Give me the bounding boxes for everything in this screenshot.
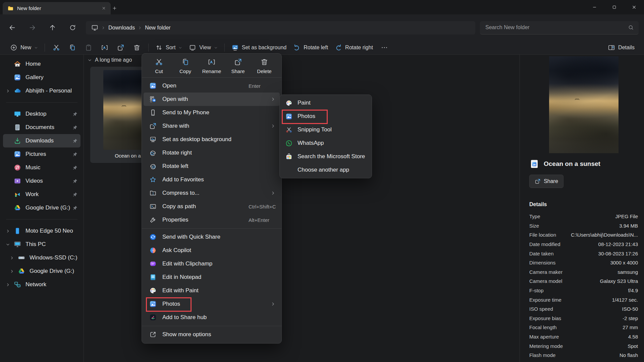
breadcrumb-new-folder[interactable]: New folder — [145, 25, 170, 31]
sidebar-item[interactable]: This PC — [3, 238, 80, 251]
detail-row: Type JPEG File — [529, 212, 638, 221]
quick-action[interactable]: Cut — [147, 58, 171, 74]
new-button[interactable]: New — [7, 42, 41, 53]
sidebar-item[interactable]: Videos — [3, 174, 80, 188]
context-menu-item[interactable]: Copy as path Ctrl+Shift+C — [144, 200, 280, 213]
rename-button[interactable] — [97, 42, 113, 53]
submenu-item[interactable]: Choose another app — [281, 163, 370, 177]
details-pane-toggle[interactable]: Details — [604, 42, 638, 53]
expand-chevron-icon[interactable] — [6, 242, 14, 247]
sidebar-item[interactable]: Windows-SSD (C:) — [7, 251, 80, 264]
up-button[interactable] — [46, 21, 59, 35]
sidebar-item[interactable]: Documents — [3, 121, 80, 134]
context-menu-item[interactable]: Open with — [144, 93, 280, 106]
paste-button[interactable] — [80, 42, 97, 53]
sidebar-item[interactable]: Abhijith - Personal — [3, 84, 80, 98]
sidebar-divider — [6, 219, 77, 220]
quick-action[interactable]: Delete — [252, 58, 277, 74]
view-button[interactable]: View — [185, 42, 221, 53]
context-menu-item[interactable] — [144, 324, 280, 328]
set-as-background-button[interactable]: Set as background — [228, 42, 290, 53]
context-menu-item[interactable]: Rotate right — [144, 146, 280, 160]
submenu-chevron-icon — [271, 302, 275, 306]
rotate-left-button[interactable]: Rotate left — [290, 42, 331, 53]
quick-action[interactable]: Copy — [173, 58, 198, 74]
copy-button[interactable] — [64, 42, 80, 53]
breadcrumb[interactable]: Downloads New folder — [86, 21, 475, 35]
new-tab-button[interactable] — [110, 4, 119, 13]
expand-chevron-icon[interactable] — [6, 88, 14, 93]
submenu-item[interactable]: WhatsApp — [281, 136, 370, 150]
search-box[interactable] — [480, 21, 639, 35]
details-share-button[interactable]: Share — [529, 175, 564, 188]
context-menu-item[interactable]: Send with Quick Share — [144, 230, 280, 244]
sidebar-item[interactable]: Gallery — [3, 71, 80, 84]
context-menu-item[interactable]: Ask Copilot — [144, 244, 280, 257]
bird-silhouette — [121, 102, 126, 105]
context-menu-item[interactable]: Share with — [144, 119, 280, 133]
sidebar-item[interactable]: Work — [3, 188, 80, 201]
expand-chevron-icon[interactable] — [6, 229, 14, 233]
expand-chevron-icon[interactable] — [10, 255, 18, 260]
context-menu-item[interactable]: Photos — [144, 297, 280, 311]
gdrive-icon — [18, 267, 25, 275]
group-header[interactable]: A long time ago — [88, 57, 132, 63]
quick-action[interactable]: Share — [226, 58, 251, 74]
context-menu-item[interactable]: Set as desktop background — [144, 133, 280, 146]
sidebar-item[interactable]: Google Drive (G:) — [3, 201, 80, 215]
sidebar-item[interactable]: Google Drive (G:) — [7, 264, 80, 278]
submenu-item[interactable]: Photos — [281, 110, 370, 123]
delete-button[interactable] — [129, 42, 145, 53]
submenu-item[interactable]: Paint — [281, 96, 370, 110]
share-icon — [234, 58, 242, 66]
context-menu-item[interactable]: Edit with Clipchamp — [144, 257, 280, 270]
context-menu-item[interactable]: Show more options — [144, 328, 280, 341]
submenu-item[interactable]: Search the Microsoft Store — [281, 150, 370, 163]
expand-chevron-icon[interactable] — [10, 269, 18, 274]
close-button[interactable] — [624, 0, 644, 14]
explorer-tab[interactable]: New folder — [3, 2, 111, 14]
forward-button[interactable] — [25, 21, 39, 35]
sort-button[interactable]: Sort — [152, 42, 185, 53]
sidebar-item[interactable]: Pictures — [3, 147, 80, 161]
context-menu-item[interactable]: Rotate left — [144, 160, 280, 173]
sidebar-item[interactable]: Home — [3, 57, 80, 71]
sidebar-item[interactable]: Desktop — [3, 107, 80, 121]
back-button[interactable] — [5, 21, 19, 35]
tab-close-button[interactable] — [99, 4, 108, 13]
sidebar-item[interactable]: Downloads — [3, 134, 80, 147]
rotate-right-label: Rotate right — [345, 45, 373, 51]
context-menu-item[interactable]: Properties Alt+Enter — [144, 213, 280, 227]
cut-button[interactable] — [48, 42, 64, 53]
context-menu-item[interactable]: Add to Favorites — [144, 173, 280, 186]
detail-row: Exposure bias -2 step — [529, 314, 638, 323]
context-menu-item[interactable]: Compress to... — [144, 186, 280, 200]
star-icon — [149, 176, 157, 183]
context-menu-item[interactable] — [144, 227, 280, 230]
search-icon[interactable] — [628, 24, 634, 31]
submenu-item[interactable]: Snipping Tool — [281, 123, 370, 136]
submenu-item-label: Paint — [298, 100, 311, 106]
breadcrumb-downloads[interactable]: Downloads — [108, 25, 135, 31]
context-menu-item[interactable]: Open Enter — [144, 79, 280, 93]
close-icon — [632, 5, 637, 10]
context-menu-item[interactable]: Edit in Notepad — [144, 270, 280, 284]
sidebar-item[interactable]: Network — [3, 278, 80, 291]
more-options-button[interactable] — [376, 42, 392, 53]
divider — [148, 44, 149, 52]
rotate-right-button[interactable]: Rotate right — [331, 42, 376, 53]
detail-value: 30-08-2023 17:26 — [598, 251, 638, 256]
minimize-button[interactable] — [585, 0, 604, 14]
share-button[interactable] — [113, 42, 129, 53]
this-pc-icon[interactable] — [91, 24, 98, 31]
maximize-button[interactable] — [604, 0, 624, 14]
sidebar-item[interactable]: Moto Edge 50 Neo — [3, 224, 80, 238]
refresh-button[interactable] — [66, 21, 79, 35]
context-menu-item[interactable]: Add to Share hub — [144, 311, 280, 324]
sidebar-item[interactable]: Music — [3, 161, 80, 174]
search-input[interactable] — [485, 24, 628, 31]
context-menu-item[interactable]: Send to My Phone — [144, 106, 280, 119]
expand-chevron-icon[interactable] — [6, 282, 14, 287]
context-menu-item[interactable]: Edit with Paint — [144, 284, 280, 297]
quick-action[interactable]: Rename — [199, 58, 224, 74]
